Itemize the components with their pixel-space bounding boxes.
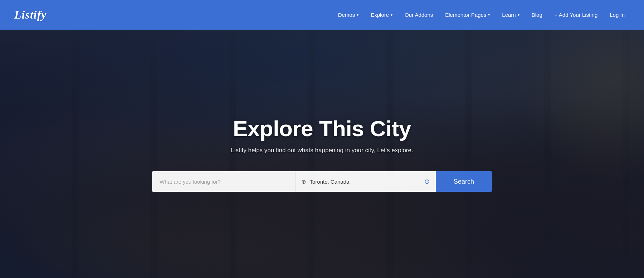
- login-button[interactable]: Log In: [605, 9, 630, 21]
- nav-label-elementor: Elementor Pages: [445, 12, 486, 18]
- keyword-input-wrap: [152, 171, 295, 192]
- chevron-down-icon: ▾: [518, 13, 519, 17]
- login-label: Log In: [610, 12, 625, 18]
- nav-label-learn: Learn: [502, 12, 516, 18]
- hero-title: Explore This City: [233, 116, 411, 141]
- nav-label-demos: Demos: [338, 12, 355, 18]
- nav-item-addons[interactable]: Our Addons: [400, 9, 438, 21]
- chevron-down-icon: ▾: [391, 13, 392, 17]
- hero-subtitle: Listify helps you find out whats happeni…: [231, 147, 413, 154]
- location-search-input[interactable]: [309, 179, 420, 185]
- search-bar: ⊕ ⊙ Search: [152, 171, 492, 192]
- location-input-wrap: ⊕ ⊙: [295, 171, 435, 192]
- chevron-down-icon: ▾: [488, 13, 490, 17]
- chevron-down-icon: ▾: [357, 13, 358, 17]
- hero-content: Explore This City Listify helps you find…: [0, 30, 644, 278]
- site-logo[interactable]: Listify: [14, 8, 47, 21]
- search-button[interactable]: Search: [436, 171, 492, 192]
- nav-item-blog[interactable]: Blog: [527, 9, 547, 21]
- nav-item-elementor[interactable]: Elementor Pages ▾: [440, 9, 495, 21]
- add-listing-button[interactable]: + Add Your Listing: [550, 9, 603, 21]
- nav-item-explore[interactable]: Explore ▾: [366, 9, 397, 21]
- keyword-search-input[interactable]: [160, 179, 288, 185]
- hero-section: Explore This City Listify helps you find…: [0, 0, 644, 278]
- nav-item-demos[interactable]: Demos ▾: [333, 9, 364, 21]
- nav-label-addons: Our Addons: [405, 12, 433, 18]
- header: Listify Demos ▾ Explore ▾ Our Addons Ele…: [0, 0, 644, 30]
- nav-item-learn[interactable]: Learn ▾: [497, 9, 524, 21]
- crosshair-icon: ⊕: [301, 178, 306, 185]
- target-icon[interactable]: ⊙: [424, 178, 430, 185]
- nav-label-explore: Explore: [371, 12, 389, 18]
- nav-label-blog: Blog: [532, 12, 542, 18]
- main-nav: Demos ▾ Explore ▾ Our Addons Elementor P…: [333, 9, 630, 21]
- add-listing-label: + Add Your Listing: [555, 12, 598, 18]
